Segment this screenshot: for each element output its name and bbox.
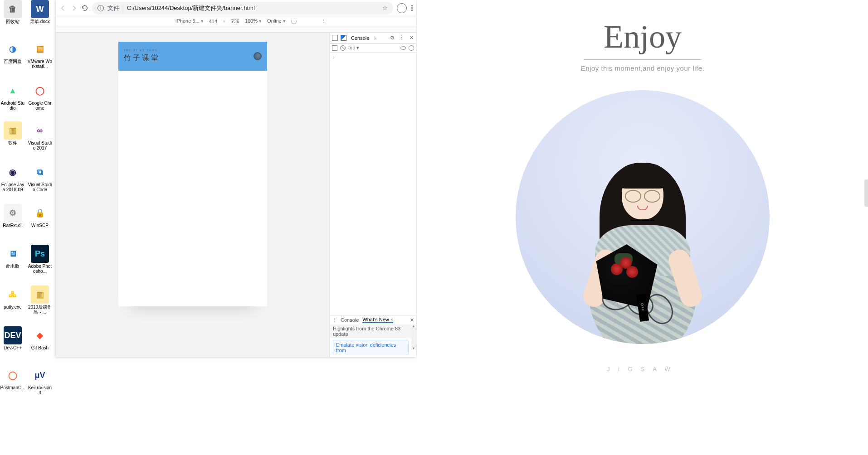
app-icon: ▤	[31, 40, 49, 58]
site-info-icon[interactable]: i	[98, 5, 104, 11]
app-icon: ⧉	[31, 163, 49, 181]
dim-x: ×	[223, 19, 225, 24]
device-viewport: 竹子课堂	[56, 33, 330, 357]
scrollbar[interactable]: ▲ ▼	[411, 324, 416, 350]
desktop-icon[interactable]: 🗑回收站	[0, 0, 25, 24]
icon-label: Google Chrome	[27, 101, 53, 111]
app-icon: 🖥	[4, 245, 22, 263]
device-more-icon[interactable]: ⋮	[321, 18, 326, 24]
close-icon[interactable]: ×	[390, 317, 393, 322]
desktop-icon[interactable]: ▤VMware Workstati...	[27, 40, 53, 69]
icon-label: Git Bash	[27, 345, 53, 350]
devtools-settings-icon[interactable]: ⚙	[390, 35, 395, 41]
desktop-icon[interactable]: W果单.docx	[27, 0, 53, 24]
device-toolbar: iPhone 6... 414 × 736 100% Online ⋮	[56, 16, 416, 26]
icon-label: Visual Studio Code	[27, 182, 53, 192]
scroll-up-icon[interactable]: ▲	[412, 324, 415, 328]
drawer-card[interactable]: Emulate vision deficiencies from	[333, 340, 409, 355]
desktop-icon[interactable]: 🖧putty.exe	[0, 286, 25, 310]
scroll-down-icon[interactable]: ▼	[412, 347, 415, 350]
poster: Enjoy Enjoy this moment,and enjoy your l…	[417, 0, 868, 455]
throttle-select[interactable]: Online	[267, 18, 286, 24]
icon-label: Dev-C++	[0, 345, 25, 350]
desktop-icon[interactable]: DEVDev-C++	[0, 326, 25, 350]
devtools-close-icon[interactable]: ✕	[409, 35, 414, 41]
context-select[interactable]: top	[348, 45, 398, 51]
inspect-icon[interactable]	[332, 35, 338, 41]
orientation-icon[interactable]	[291, 19, 297, 24]
desktop-icon[interactable]: ⚙RarExt.dll	[0, 204, 25, 228]
address-bar[interactable]: i 文件 C:/Users/10244/Desktop/新建文件夹/banner…	[92, 2, 393, 15]
devtools-drawer: ⋮ Console What's New× ✕ Highlights from …	[330, 315, 416, 357]
reload-button[interactable]	[81, 5, 88, 12]
devtools-tabbar: Console » ⚙ ⋮ ✕	[330, 33, 416, 44]
icon-label: 此电脑	[0, 264, 25, 269]
device-mode-icon[interactable]	[341, 35, 346, 41]
device-select[interactable]: iPhone 6...	[176, 18, 204, 24]
devtools-panel: Console » ⚙ ⋮ ✕ top › ⋮ Console Wh	[330, 33, 416, 357]
app-icon: ◉	[4, 163, 22, 181]
forward-button[interactable]	[70, 5, 78, 12]
desktop-icon[interactable]: 🖥此电脑	[0, 245, 25, 269]
back-button[interactable]	[59, 5, 67, 12]
app-icon: ▲	[4, 82, 22, 100]
tab-overflow-icon[interactable]: »	[374, 35, 376, 41]
edge-handle[interactable]	[864, 179, 868, 207]
profile-avatar[interactable]	[397, 3, 407, 13]
console-body[interactable]: ›	[330, 53, 416, 315]
drawer-tab-whatsnew[interactable]: What's New×	[362, 317, 393, 323]
desktop-icon[interactable]: μVKeil uVision4	[27, 366, 53, 395]
app-icon: W	[31, 0, 49, 18]
desktop-icon[interactable]: ◯PostmanC...	[0, 366, 25, 390]
app-icon: 🗑	[4, 0, 22, 18]
desktop-icon[interactable]: PsAdobe Photosho...	[27, 245, 53, 274]
app-icon: ⚙	[4, 204, 22, 222]
desktop-icon[interactable]: ◆Git Bash	[27, 326, 53, 350]
console-settings-icon[interactable]	[409, 45, 414, 51]
zoom-select[interactable]: 100%	[245, 18, 262, 24]
app-icon: ◯	[31, 82, 49, 100]
device-width[interactable]: 414	[209, 19, 217, 24]
banner-menu-icon[interactable]	[254, 52, 262, 60]
clear-console-icon[interactable]	[340, 45, 346, 51]
poster-person: OFF	[579, 131, 706, 344]
desktop-icon[interactable]: ▥软件	[0, 121, 25, 145]
desktop-icon[interactable]: ◯Google Chrome	[27, 82, 53, 111]
drawer-tab-console[interactable]: Console	[341, 317, 359, 323]
drawer-more-icon[interactable]: ⋮	[332, 317, 337, 323]
icon-label: 2019后端作品 - ...	[27, 305, 53, 315]
icon-label: Android Studio	[0, 101, 25, 111]
url-text: C:/Users/10244/Desktop/新建文件夹/banner.html	[127, 4, 255, 12]
icon-label: PostmanC...	[0, 385, 25, 390]
desktop-icon[interactable]: ◉Eclipse Java 2018-09	[0, 163, 25, 192]
desktop-icon[interactable]: ▥2019后端作品 - ...	[27, 286, 53, 315]
icon-label: WinSCP	[27, 223, 53, 228]
console-prompt: ›	[333, 54, 335, 60]
icon-label: Adobe Photosho...	[27, 264, 53, 274]
drawer-close-icon[interactable]: ✕	[410, 317, 414, 323]
star-icon[interactable]: ☆	[382, 5, 388, 11]
glasses-icon	[625, 190, 660, 201]
app-icon: 🔒	[31, 204, 49, 222]
devtools-more-icon[interactable]: ⋮	[399, 35, 404, 41]
console-toolbar: top	[330, 44, 416, 53]
icon-label: 百度网盘	[0, 59, 25, 64]
app-icon: ◑	[4, 40, 22, 58]
device-height[interactable]: 736	[231, 19, 239, 24]
app-icon: ◯	[4, 366, 22, 384]
live-expression-icon[interactable]	[400, 46, 406, 50]
url-scheme-label: 文件	[107, 4, 123, 12]
desktop-icon[interactable]: ◑百度网盘	[0, 40, 25, 64]
tab-console[interactable]: Console	[349, 34, 371, 42]
desktop-icon[interactable]: ⧉Visual Studio Code	[27, 163, 53, 192]
chrome-menu-button[interactable]	[411, 4, 413, 12]
page-body: 竹子课堂	[118, 42, 267, 306]
desktop-icon[interactable]: ▲Android Studio	[0, 82, 25, 111]
page-banner: 竹子课堂	[118, 42, 267, 71]
banner-title: 竹子课堂	[124, 53, 160, 63]
console-sidebar-icon[interactable]	[332, 45, 337, 51]
app-icon: ∞	[31, 121, 49, 140]
desktop-icon[interactable]: 🔒WinSCP	[27, 204, 53, 228]
icon-label: 软件	[0, 140, 25, 145]
desktop-icon[interactable]: ∞Visual Studio 2017	[27, 121, 53, 150]
